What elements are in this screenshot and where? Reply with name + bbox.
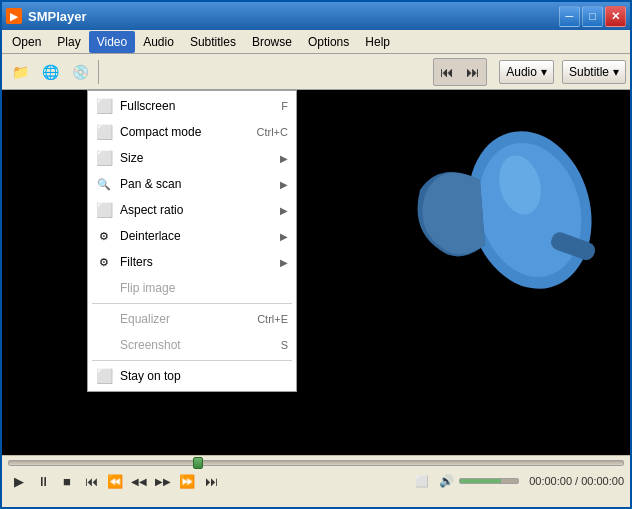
maximize-button[interactable]: □	[582, 6, 603, 27]
app-icon: ▶	[6, 8, 22, 24]
toolbar-open-dvd[interactable]: 💿	[66, 58, 94, 86]
menu-panscan[interactable]: 🔍 Pan & scan ▶	[88, 171, 296, 197]
size-icon: ⬜	[94, 148, 114, 168]
volume-button[interactable]: 🔊	[435, 470, 457, 492]
equalizer-icon	[94, 309, 114, 329]
menu-options[interactable]: Options	[300, 31, 357, 53]
next-button[interactable]: ⏭	[461, 60, 485, 84]
audio-dropdown-label: Audio	[506, 65, 537, 79]
prev-button[interactable]: ⏮	[435, 60, 459, 84]
volume-bar[interactable]	[459, 478, 519, 484]
menu-subtitles[interactable]: Subtitles	[182, 31, 244, 53]
menu-screenshot: Screenshot S	[88, 332, 296, 358]
subtitle-dropdown[interactable]: Subtitle ▾	[562, 60, 626, 84]
player-controls: ▶ ⏸ ■ ⏮ ⏪ ◀◀ ▶▶ ⏩ ⏭ ⬜ 🔊 00:00:00 / 00:00…	[2, 455, 630, 507]
toolbar-sep-1	[98, 60, 99, 84]
audio-dropdown[interactable]: Audio ▾	[499, 60, 554, 84]
playback-controls: ▶ ⏸ ■ ⏮ ⏪ ◀◀ ▶▶ ⏩ ⏭ ⬜ 🔊 00:00:00 / 00:00…	[8, 470, 624, 492]
panscan-icon: 🔍	[94, 174, 114, 194]
subtitle-dropdown-label: Subtitle	[569, 65, 609, 79]
menu-equalizer: Equalizer Ctrl+E	[88, 306, 296, 332]
close-button[interactable]: ✕	[605, 6, 626, 27]
menu-flip-image: Flip image	[88, 275, 296, 301]
seek-bar-container	[8, 460, 624, 466]
size-arrow: ▶	[280, 153, 288, 164]
volume-area: 🔊	[435, 470, 519, 492]
menu-audio[interactable]: Audio	[135, 31, 182, 53]
filters-arrow: ▶	[280, 257, 288, 268]
aspect-ratio-icon: ⬜	[94, 200, 114, 220]
size-label: Size	[120, 151, 280, 165]
fullscreen-control-button[interactable]: ⬜	[411, 470, 433, 492]
toolbar-open-file[interactable]: 📁	[6, 58, 34, 86]
titlebar: ▶ SMPlayer ─ □ ✕	[2, 2, 630, 30]
menu-sep-2	[92, 360, 292, 361]
video-area: ⬜ Fullscreen F ⬜ Compact mode Ctrl+C ⬜ S…	[2, 90, 630, 455]
deinterlace-arrow: ▶	[280, 231, 288, 242]
subtitle-dropdown-arrow: ▾	[613, 65, 619, 79]
menu-filters[interactable]: ⚙ Filters ▶	[88, 249, 296, 275]
fullscreen-shortcut: F	[281, 100, 288, 112]
equalizer-shortcut: Ctrl+E	[257, 313, 288, 325]
deinterlace-icon: ⚙	[94, 226, 114, 246]
toolbar-open-url[interactable]: 🌐	[36, 58, 64, 86]
stay-on-top-label: Stay on top	[120, 369, 288, 383]
compact-label: Compact mode	[120, 125, 249, 139]
fullscreen-icon: ⬜	[94, 96, 114, 116]
window-controls: ─ □ ✕	[559, 6, 626, 27]
screenshot-label: Screenshot	[120, 338, 273, 352]
aspect-ratio-arrow: ▶	[280, 205, 288, 216]
window-title: SMPlayer	[28, 9, 559, 24]
deinterlace-label: Deinterlace	[120, 229, 280, 243]
seek-bar[interactable]	[8, 460, 624, 466]
panscan-arrow: ▶	[280, 179, 288, 190]
stay-on-top-icon: ⬜	[94, 366, 114, 386]
minimize-button[interactable]: ─	[559, 6, 580, 27]
rewind-button[interactable]: ⏪	[104, 470, 126, 492]
aspect-ratio-label: Aspect ratio	[120, 203, 280, 217]
menu-open[interactable]: Open	[4, 31, 49, 53]
menu-compact-mode[interactable]: ⬜ Compact mode Ctrl+C	[88, 119, 296, 145]
menu-size[interactable]: ⬜ Size ▶	[88, 145, 296, 171]
filters-icon: ⚙	[94, 252, 114, 272]
menu-sep-1	[92, 303, 292, 304]
menu-fullscreen[interactable]: ⬜ Fullscreen F	[88, 93, 296, 119]
play-button[interactable]: ▶	[8, 470, 30, 492]
menu-stay-on-top[interactable]: ⬜ Stay on top	[88, 363, 296, 389]
audio-dropdown-arrow: ▾	[541, 65, 547, 79]
video-dropdown-menu: ⬜ Fullscreen F ⬜ Compact mode Ctrl+C ⬜ S…	[87, 90, 297, 392]
panscan-label: Pan & scan	[120, 177, 280, 191]
prev-track-button[interactable]: ⏮	[80, 470, 102, 492]
compact-shortcut: Ctrl+C	[257, 126, 288, 138]
forward-frame-button[interactable]: ▶▶	[152, 470, 174, 492]
seek-knob[interactable]	[193, 457, 203, 469]
stop-button[interactable]: ■	[56, 470, 78, 492]
flip-image-label: Flip image	[120, 281, 288, 295]
screenshot-icon	[94, 335, 114, 355]
speaker-logo	[400, 100, 600, 320]
menu-play[interactable]: Play	[49, 31, 88, 53]
screenshot-shortcut: S	[281, 339, 288, 351]
back-frame-button[interactable]: ◀◀	[128, 470, 150, 492]
time-display: 00:00:00 / 00:00:00	[529, 475, 624, 487]
next-track-button[interactable]: ⏭	[200, 470, 222, 492]
menu-browse[interactable]: Browse	[244, 31, 300, 53]
menubar: Open Play Video Audio Subtitles Browse O…	[2, 30, 630, 54]
main-window: ▶ SMPlayer ─ □ ✕ Open Play Video Audio S…	[0, 0, 632, 509]
compact-icon: ⬜	[94, 122, 114, 142]
menu-video[interactable]: Video	[89, 31, 135, 53]
fast-forward-button[interactable]: ⏩	[176, 470, 198, 492]
toolbar: 📁 🌐 💿 ⏮ ⏭ Audio ▾ Subtitle ▾	[2, 54, 630, 90]
prev-next-controls: ⏮ ⏭	[433, 58, 487, 86]
menu-help[interactable]: Help	[357, 31, 398, 53]
pause-button[interactable]: ⏸	[32, 470, 54, 492]
flip-image-icon	[94, 278, 114, 298]
menu-aspect-ratio[interactable]: ⬜ Aspect ratio ▶	[88, 197, 296, 223]
equalizer-label: Equalizer	[120, 312, 249, 326]
filters-label: Filters	[120, 255, 280, 269]
menu-deinterlace[interactable]: ⚙ Deinterlace ▶	[88, 223, 296, 249]
fullscreen-label: Fullscreen	[120, 99, 273, 113]
